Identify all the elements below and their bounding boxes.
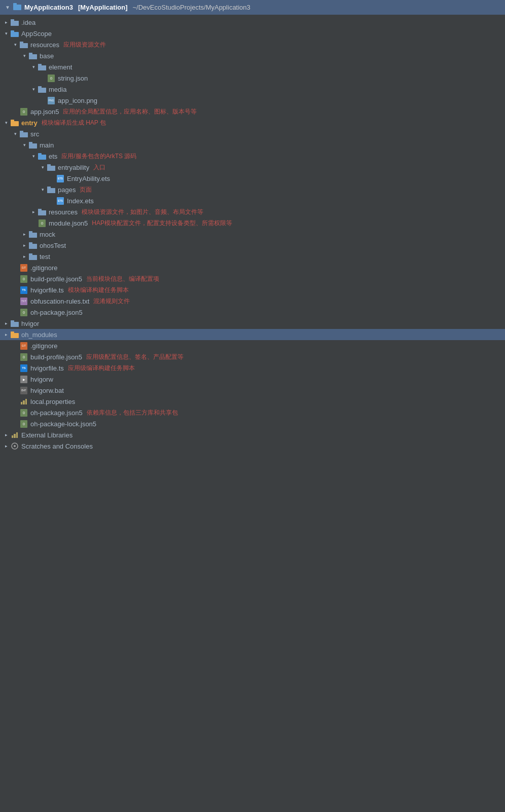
annotation-hvigorfile_ts2: 应用级编译构建任务脚本 xyxy=(68,364,135,373)
label-entryability_ets: EntryAbility.ets xyxy=(67,175,110,182)
svg-rect-1 xyxy=(13,3,17,6)
toggle-down-icon[interactable]: ▾ xyxy=(20,141,28,149)
header-path: ~/DevEcoStudioProjects/MyApplication3 xyxy=(132,4,250,11)
file-icon-media xyxy=(38,85,47,93)
toggle-right-icon[interactable]: ▸ xyxy=(2,431,10,439)
tree-item-ohostest[interactable]: ▸ ohosTest xyxy=(0,240,505,251)
annotation-module_json5: HAP模块配置文件，配置支持设备类型、所需权限等 xyxy=(92,219,232,228)
tree-item-local_properties[interactable]: local.properties xyxy=(0,396,505,407)
tree-item-mock[interactable]: ▸ mock xyxy=(0,229,505,240)
label-hvigorfile_ts: hvigorfile.ts xyxy=(30,286,64,294)
tree-item-app_icon[interactable]: PNG app_icon.png xyxy=(0,95,505,106)
toggle-empty xyxy=(11,364,19,372)
toggle-right-icon[interactable]: ▸ xyxy=(20,241,28,249)
tree-item-external_libs[interactable]: ▸ External Libraries xyxy=(0,429,505,440)
file-icon-oh_package2: {} xyxy=(19,409,28,417)
label-obfuscation: obfuscation-rules.txt xyxy=(30,298,89,305)
svg-point-3 xyxy=(14,445,16,447)
tree-item-hvigor[interactable]: ▸ hvigor xyxy=(0,318,505,329)
tree-item-hvigorfile_ts2[interactable]: TS hvigorfile.ts 应用级编译构建任务脚本 xyxy=(0,362,505,374)
folder-icon-header xyxy=(13,3,21,12)
label-scratches: Scratches and Consoles xyxy=(21,442,93,450)
label-element: element xyxy=(49,63,72,71)
toggle-right-icon[interactable]: ▸ xyxy=(2,442,10,450)
label-src: src xyxy=(30,130,39,138)
tree-item-base[interactable]: ▾ base xyxy=(0,50,505,61)
tree-item-element[interactable]: ▾ element xyxy=(0,61,505,72)
tree-item-media[interactable]: ▾ media xyxy=(0,84,505,95)
tree-item-entry[interactable]: ▾ entry 模块编译后生成 HAP 包 xyxy=(0,117,505,128)
tree-item-build_profile2[interactable]: {} build-profile.json5 应用级配置信息、签名、产品配置等 xyxy=(0,351,505,362)
tree-item-test[interactable]: ▸ test xyxy=(0,251,505,262)
tree-item-appscope[interactable]: ▾ AppScope xyxy=(0,28,505,39)
tree-item-hvigorw_bat[interactable]: BAT hvigorw.bat xyxy=(0,385,505,396)
tree-item-app_json5[interactable]: {} app.json5 应用的全局配置信息，应用名称、图标、版本号等 xyxy=(0,106,505,117)
tree-item-gitignore2[interactable]: GIT .gitignore xyxy=(0,340,505,351)
toggle-right-icon[interactable]: ▸ xyxy=(20,230,28,238)
tree-item-module_json5[interactable]: {} module.json5 HAP模块配置文件，配置支持设备类型、所需权限等 xyxy=(0,217,505,229)
tree-item-gitignore[interactable]: GIT .gitignore xyxy=(0,262,505,273)
tree-item-entryability[interactable]: ▾ entryability 入口 xyxy=(0,162,505,173)
toggle-right-icon[interactable]: ▸ xyxy=(29,208,38,216)
annotation-hvigorfile_ts: 模块编译构建任务脚本 xyxy=(68,286,129,294)
label-build_profile2: build-profile.json5 xyxy=(30,353,82,361)
toggle-down-icon[interactable]: ▾ xyxy=(20,52,28,60)
annotation-build_profile2: 应用级配置信息、签名、产品配置等 xyxy=(86,353,184,361)
toggle-down-icon[interactable]: ▾ xyxy=(29,152,38,160)
tree-item-idea[interactable]: ▸ .idea xyxy=(0,17,505,28)
toggle-empty xyxy=(11,275,19,283)
tree-item-oh_package2[interactable]: {} oh-package.json5 依赖库信息，包括三方库和共享包 xyxy=(0,407,505,418)
label-pages: pages xyxy=(58,186,76,194)
annotation-build_profile: 当前模块信息、编译配置项 xyxy=(86,275,159,283)
annotation-pages: 页面 xyxy=(80,186,92,194)
label-hvigor: hvigor xyxy=(21,320,39,327)
label-external_libs: External Libraries xyxy=(21,431,73,439)
tree-item-oh_modules[interactable]: ▸ oh_modules xyxy=(0,329,505,340)
file-icon-idea xyxy=(10,18,19,26)
tree-item-build_profile[interactable]: {} build-profile.json5 当前模块信息、编译配置项 xyxy=(0,273,505,284)
file-icon-resources xyxy=(19,41,28,49)
toggle-down-icon[interactable]: ▾ xyxy=(29,85,38,93)
toggle-down-icon[interactable]: ▾ xyxy=(2,29,10,38)
toggle-empty xyxy=(11,286,19,294)
tree-item-hvigorw[interactable]: ▶ hvigorw xyxy=(0,374,505,385)
tree-item-pages[interactable]: ▾ pages 页面 xyxy=(0,184,505,195)
toggle-down-icon[interactable]: ▾ xyxy=(29,63,38,71)
toggle-empty xyxy=(11,397,19,405)
toggle-down-icon[interactable]: ▾ xyxy=(11,130,19,138)
toggle-down-icon[interactable]: ▾ xyxy=(39,163,47,171)
file-icon-entryability_ets: ETS xyxy=(56,174,65,182)
label-entryability: entryability xyxy=(58,164,89,171)
toggle-right-icon[interactable]: ▸ xyxy=(2,330,10,339)
toggle-right-icon[interactable]: ▸ xyxy=(2,18,10,26)
toggle-right-icon[interactable]: ▸ xyxy=(2,319,10,327)
annotation-ets: 应用/服务包含的ArkTS 源码 xyxy=(61,152,136,161)
tree-item-oh_package_lock[interactable]: {} oh-package-lock.json5 xyxy=(0,418,505,429)
tree-item-src[interactable]: ▾ src xyxy=(0,128,505,139)
tree-item-obfuscation[interactable]: TXT obfuscation-rules.txt 混淆规则文件 xyxy=(0,296,505,307)
file-icon-pages xyxy=(47,186,56,194)
label-gitignore2: .gitignore xyxy=(30,342,57,350)
label-oh_modules: oh_modules xyxy=(21,331,57,339)
toggle-down-icon[interactable]: ▾ xyxy=(2,119,10,127)
annotation-app_json5: 应用的全局配置信息，应用名称、图标、版本号等 xyxy=(63,107,197,116)
tree-item-resources2[interactable]: ▸ resources 模块级资源文件，如图片、音频、布局文件等 xyxy=(0,206,505,217)
file-icon-hvigor xyxy=(10,319,19,327)
file-icon-index_ets: ETS xyxy=(56,197,65,205)
tree-item-string_json[interactable]: {} string.json xyxy=(0,72,505,84)
tree-item-scratches[interactable]: ▸ Scratches and Consoles xyxy=(0,440,505,452)
file-icon-hvigorw: ▶ xyxy=(19,375,28,383)
tree-item-hvigorfile_ts[interactable]: TS hvigorfile.ts 模块编译构建任务脚本 xyxy=(0,284,505,296)
tree-item-oh_package[interactable]: {} oh-package.json5 xyxy=(0,307,505,318)
toggle-down-icon[interactable]: ▾ xyxy=(11,41,19,49)
tree-item-ets[interactable]: ▾ ets 应用/服务包含的ArkTS 源码 xyxy=(0,151,505,162)
tree-item-main[interactable]: ▾ main xyxy=(0,139,505,151)
tree-item-index_ets[interactable]: ETS Index.ets xyxy=(0,195,505,206)
toggle-empty xyxy=(11,375,19,383)
tree-item-entryability_ets[interactable]: ETS EntryAbility.ets xyxy=(0,173,505,184)
toggle-down-icon[interactable]: ▾ xyxy=(39,186,47,194)
toggle-empty xyxy=(11,297,19,305)
toggle-right-icon[interactable]: ▸ xyxy=(20,252,28,261)
toggle-empty xyxy=(11,342,19,350)
tree-item-resources[interactable]: ▾ resources 应用级资源文件 xyxy=(0,39,505,50)
